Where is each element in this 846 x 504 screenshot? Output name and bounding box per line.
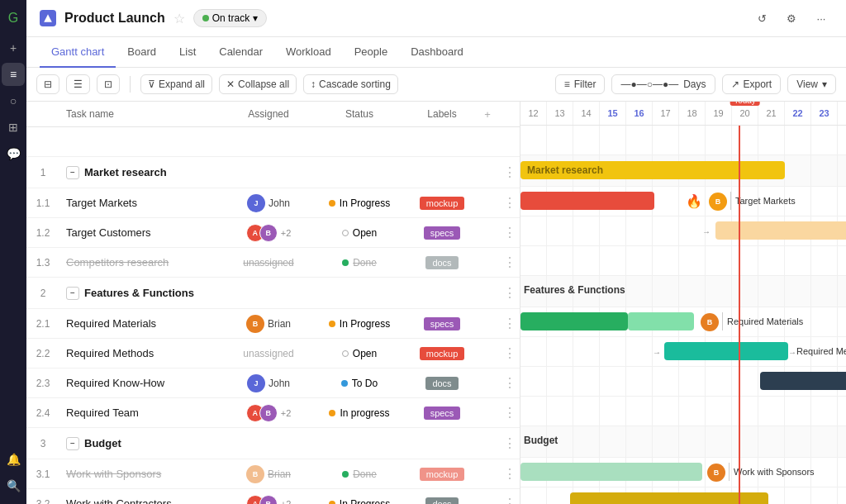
tab-board[interactable]: Board: [116, 37, 168, 68]
group-toggle[interactable]: −: [66, 437, 79, 450]
gantt-row: 🔥 B Target Markets: [520, 187, 846, 216]
timeline-icon: —●—○—●—: [620, 78, 678, 90]
row-assigned: unassigned: [227, 254, 310, 272]
group-toggle[interactable]: −: [66, 287, 79, 300]
tab-list[interactable]: List: [168, 37, 207, 68]
gantt-row: B Work with Sponsors: [520, 458, 846, 487]
row-menu-dots[interactable]: ⋮: [500, 195, 520, 211]
history-icon[interactable]: ↺: [750, 7, 773, 30]
sidebar-chat-icon[interactable]: 💬: [2, 142, 25, 165]
row-labels: mockup: [409, 344, 475, 364]
add-column-button[interactable]: +: [475, 108, 500, 121]
gantt-bg: [785, 246, 811, 275]
export-button[interactable]: ↗ Export: [722, 74, 782, 94]
settings-icon[interactable]: ⚙: [780, 7, 803, 30]
row-status: In Progress: [310, 194, 409, 212]
expand-all-button[interactable]: ⊽ Expand all: [140, 74, 212, 94]
gantt-avatar: B: [709, 193, 727, 211]
row-status: In Progress: [310, 315, 409, 333]
tab-calendar[interactable]: Calendar: [207, 37, 274, 68]
sidebar-plus-icon[interactable]: +: [2, 36, 25, 59]
row-task-name: Required Know-How: [59, 372, 227, 394]
more-icon[interactable]: ···: [810, 7, 833, 30]
row-number: 3.1: [26, 468, 59, 480]
gantt-bg: [732, 276, 758, 307]
gantt-bg: [758, 397, 785, 426]
row-menu-dots[interactable]: ⋮: [500, 405, 520, 421]
collapse-all-button[interactable]: ✕ Collapse all: [219, 74, 297, 94]
gantt-bg: [626, 337, 653, 366]
gantt-bg: [547, 397, 573, 426]
project-logo: [40, 10, 56, 26]
days-control[interactable]: —●—○—●— Days: [611, 74, 715, 94]
gantt-bg: [520, 367, 547, 396]
header-actions: ↺ ⚙ ···: [750, 7, 833, 30]
sidebar-menu-icon[interactable]: ≡: [2, 63, 25, 86]
assignee-name: Brian: [268, 318, 291, 330]
assignee-name: Brian: [268, 468, 291, 480]
page-header: Product Launch ☆ On track ▾ ↺ ⚙ ···: [26, 0, 846, 37]
row-number: 2: [26, 288, 59, 299]
row-menu-dots[interactable]: ⋮: [500, 164, 520, 180]
sidebar-home-icon[interactable]: ○: [2, 89, 25, 112]
label-badge: docs: [425, 377, 458, 390]
col-labels: Labels: [409, 102, 475, 126]
status-dot: [202, 15, 209, 21]
status-dot: [329, 321, 335, 327]
group-by-button[interactable]: ⊟: [36, 74, 59, 94]
gantt-bg: [758, 126, 785, 155]
row-menu-dots[interactable]: ⋮: [500, 345, 520, 361]
label-badge: mockup: [420, 197, 465, 210]
filter-button[interactable]: ≡ Filter: [555, 74, 606, 94]
tab-gantt-chart[interactable]: Gantt chart: [40, 37, 116, 68]
group-toggle[interactable]: −: [66, 166, 79, 179]
sidebar-grid-icon[interactable]: ⊞: [2, 116, 25, 139]
row-menu-dots[interactable]: ⋮: [500, 285, 520, 301]
status-badge[interactable]: On track ▾: [193, 9, 267, 27]
status-label: On track: [212, 12, 250, 24]
cascade-sorting-button[interactable]: ↕ Cascade sorting: [303, 74, 398, 94]
row-menu-dots[interactable]: ⋮: [500, 316, 520, 331]
tab-people[interactable]: People: [343, 37, 399, 68]
assigned-empty: [227, 437, 310, 450]
status-text: To Do: [352, 378, 378, 389]
status-text: In progress: [340, 407, 389, 419]
sidebar-logo[interactable]: G: [2, 7, 25, 30]
row-menu-dots[interactable]: ⋮: [500, 466, 520, 482]
gantt-bg: [838, 397, 846, 426]
gantt-bg: [573, 216, 600, 245]
row-menu-dots[interactable]: ⋮: [500, 225, 520, 240]
assignee-name: John: [269, 378, 290, 389]
columns-button[interactable]: ⊡: [97, 74, 120, 94]
status-empty: [310, 437, 409, 450]
gantt-bg: [626, 426, 653, 457]
row-labels: docs: [409, 494, 475, 505]
table-row: 3.1 Work with Sponsors B Brian Done mock…: [26, 459, 520, 489]
tab-workload[interactable]: Workload: [274, 37, 343, 68]
tab-dashboard[interactable]: Dashboard: [399, 37, 475, 68]
sidebar-search-icon[interactable]: 🔍: [2, 474, 25, 497]
gantt-row: [520, 367, 846, 397]
gantt-bg: [785, 126, 811, 155]
gantt-bg: [758, 276, 785, 307]
gantt-bg: [626, 276, 653, 307]
labels-empty: [409, 437, 475, 450]
row-task-name: Required Team: [59, 402, 227, 424]
row-menu-dots[interactable]: ⋮: [500, 496, 520, 504]
gantt-bg: [626, 126, 653, 155]
gantt-connector: →: [702, 227, 711, 236]
row-menu-dots[interactable]: ⋮: [500, 254, 520, 270]
gantt-bg: [811, 458, 838, 487]
gantt-bg: [573, 426, 600, 457]
star-icon[interactable]: ☆: [173, 11, 185, 26]
row-menu-dots[interactable]: ⋮: [500, 435, 520, 451]
main-content: Product Launch ☆ On track ▾ ↺ ⚙ ··· Gant…: [26, 0, 846, 504]
gantt-bar-label: Work with Sponsors: [734, 467, 815, 477]
filter-rows-button[interactable]: ☰: [66, 74, 90, 94]
assignee-name: unassigned: [243, 348, 293, 359]
gantt-bg: [679, 426, 706, 457]
row-menu-dots[interactable]: ⋮: [500, 375, 520, 391]
view-button[interactable]: View ▾: [787, 74, 836, 94]
row-task-name: Competitors research: [59, 251, 227, 273]
sidebar-bell-icon[interactable]: 🔔: [2, 448, 25, 471]
